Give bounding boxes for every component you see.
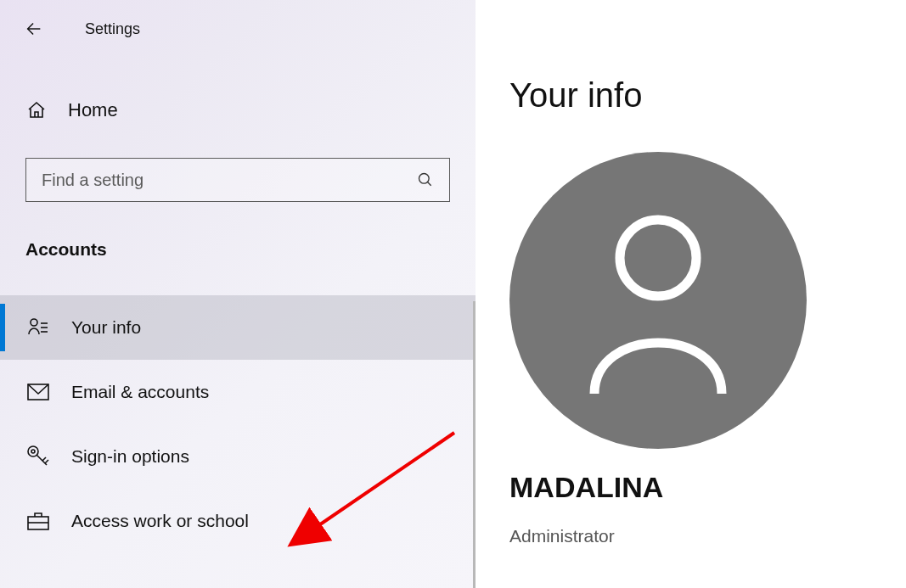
- user-name: MADALINA: [509, 471, 881, 504]
- arrow-left-icon: [25, 20, 43, 38]
- person-icon: [577, 207, 739, 394]
- nav-item-access-work-school[interactable]: Access work or school: [0, 489, 476, 553]
- svg-line-2: [428, 182, 431, 186]
- svg-point-9: [31, 450, 35, 453]
- nav-item-label: Your info: [71, 317, 141, 338]
- svg-line-10: [37, 455, 47, 465]
- nav-item-email-accounts[interactable]: Email & accounts: [0, 360, 476, 424]
- page-title: Your info: [509, 76, 881, 115]
- nav-item-label: Email & accounts: [71, 382, 209, 402]
- nav-item-your-info[interactable]: Your info: [0, 295, 476, 360]
- nav-item-sign-in-options[interactable]: Sign-in options: [0, 424, 476, 489]
- mail-icon: [25, 384, 51, 400]
- svg-line-12: [45, 460, 48, 463]
- window-title: Settings: [85, 20, 140, 38]
- nav-item-label: Sign-in options: [71, 446, 189, 467]
- sidebar: Settings Home Accounts: [0, 0, 476, 588]
- nav-home[interactable]: Home: [0, 92, 476, 129]
- svg-point-1: [419, 174, 430, 184]
- briefcase-icon: [25, 512, 51, 530]
- key-icon: [25, 445, 51, 468]
- topbar: Settings: [0, 0, 476, 42]
- back-button[interactable]: [22, 17, 46, 41]
- user-info-icon: [25, 316, 51, 339]
- section-heading-accounts: Accounts: [25, 239, 476, 260]
- main-content: Your info MADALINA Administrator: [476, 0, 906, 588]
- svg-point-15: [620, 220, 696, 296]
- avatar: [509, 152, 807, 449]
- user-role: Administrator: [509, 526, 881, 546]
- svg-point-3: [31, 319, 37, 326]
- svg-line-11: [42, 457, 46, 461]
- home-icon: [25, 100, 48, 120]
- search-input[interactable]: [40, 170, 415, 191]
- nav-list: Your info Email & accounts: [0, 295, 476, 553]
- search-icon: [415, 171, 436, 188]
- search-box[interactable]: [25, 158, 450, 202]
- nav-item-label: Access work or school: [71, 511, 249, 531]
- nav-home-label: Home: [68, 99, 118, 121]
